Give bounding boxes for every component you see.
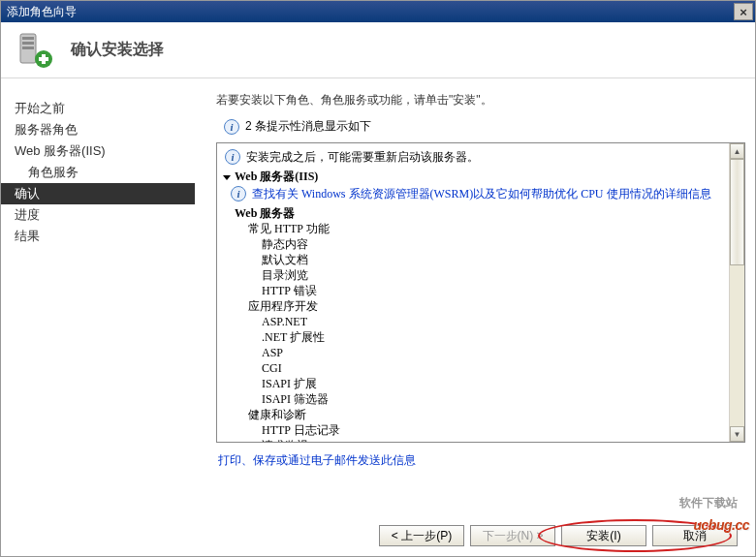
svg-rect-1 — [22, 37, 34, 40]
install-button[interactable]: 安装(I) — [561, 525, 646, 546]
prev-button[interactable]: < 上一步(P) — [379, 525, 464, 546]
main-panel: 若要安装以下角色、角色服务或功能，请单击"安装"。 i 2 条提示性消息显示如下… — [195, 78, 755, 510]
sidebar-item-role-services[interactable]: 角色服务 — [1, 162, 195, 183]
tree-item: ISAPI 扩展 — [262, 376, 725, 391]
print-save-email-link[interactable]: 打印、保存或通过电子邮件发送此信息 — [218, 452, 745, 469]
tree-item: 请求监视 — [262, 438, 725, 442]
scroll-down-button[interactable]: ▼ — [730, 426, 744, 442]
info-icon: i — [231, 186, 246, 201]
wsrm-link-row: i 查找有关 Windows 系统资源管理器(WSRM)以及它如何帮助优化 CP… — [231, 186, 725, 201]
close-button[interactable]: × — [734, 3, 753, 20]
tree-item: HTTP 日志记录 — [262, 422, 725, 438]
svg-rect-3 — [22, 46, 34, 49]
wizard-window: 添加角色向导 × 确认安装选择 开始之前 服务器角色 Web 服务器(IIS) … — [0, 0, 756, 557]
tree-group: 健康和诊断 — [248, 407, 725, 422]
tree-item: .NET 扩展性 — [262, 329, 725, 345]
tree-item: CGI — [262, 360, 725, 376]
tree-group: 常见 HTTP 功能 — [248, 221, 725, 236]
scroll-thumb[interactable] — [730, 159, 744, 265]
sidebar-item-iis[interactable]: Web 服务器(IIS) — [1, 140, 195, 162]
tree-root: Web 服务器 — [235, 205, 725, 221]
next-button: 下一步(N) > — [470, 525, 555, 546]
sidebar-item-progress[interactable]: 进度 — [1, 204, 195, 226]
titlebar-title: 添加角色向导 — [7, 4, 734, 20]
titlebar: 添加角色向导 × — [1, 1, 755, 22]
restart-text: 安装完成之后，可能需要重新启动该服务器。 — [246, 149, 479, 165]
header: 确认安装选择 — [1, 22, 755, 78]
info-icon: i — [225, 149, 240, 165]
page-title: 确认安装选择 — [71, 40, 164, 60]
tree-item: 静态内容 — [262, 236, 725, 252]
wsrm-link[interactable]: 查找有关 Windows 系统资源管理器(WSRM)以及它如何帮助优化 CPU … — [252, 186, 711, 201]
sidebar: 开始之前 服务器角色 Web 服务器(IIS) 角色服务 确认 进度 结果 — [1, 78, 195, 510]
button-bar: < 上一步(P) 下一步(N) > 安装(I) 取消 — [379, 525, 738, 546]
section-header: Web 服务器(IIS) — [225, 169, 725, 184]
tree-item: 目录浏览 — [262, 267, 725, 283]
sidebar-item-confirm[interactable]: 确认 — [1, 183, 195, 204]
sidebar-item-roles[interactable]: 服务器角色 — [1, 119, 195, 140]
body: 开始之前 服务器角色 Web 服务器(IIS) 角色服务 确认 进度 结果 若要… — [1, 78, 755, 510]
tree-item: ISAPI 筛选器 — [262, 391, 725, 407]
content-inner: i 安装完成之后，可能需要重新启动该服务器。 Web 服务器(IIS) i 查找… — [217, 143, 729, 442]
cancel-button[interactable]: 取消 — [652, 525, 738, 546]
svg-rect-2 — [22, 42, 34, 45]
scrollbar[interactable]: ▲ ▼ — [729, 143, 744, 442]
sidebar-item-before[interactable]: 开始之前 — [1, 98, 195, 119]
section-title: Web 服务器(IIS) — [235, 169, 318, 184]
info-icon: i — [224, 119, 239, 135]
scroll-up-button[interactable]: ▲ — [730, 143, 744, 159]
tree-item: ASP — [262, 345, 725, 360]
tree-item: ASP.NET — [262, 314, 725, 329]
info-summary: i 2 条提示性消息显示如下 — [224, 118, 745, 135]
tree-group: 应用程序开发 — [248, 298, 725, 314]
info-count-text: 2 条提示性消息显示如下 — [245, 118, 371, 135]
disclosure-arrow-icon — [223, 175, 231, 180]
content-box: i 安装完成之后，可能需要重新启动该服务器。 Web 服务器(IIS) i 查找… — [216, 142, 745, 443]
restart-message: i 安装完成之后，可能需要重新启动该服务器。 — [225, 149, 725, 165]
svg-rect-6 — [39, 57, 48, 61]
tree-item: 默认文档 — [262, 252, 725, 267]
server-role-icon — [15, 30, 55, 71]
intro-text: 若要安装以下角色、角色服务或功能，请单击"安装"。 — [216, 92, 745, 108]
sidebar-item-results[interactable]: 结果 — [1, 226, 195, 247]
close-icon: × — [740, 5, 747, 19]
tree-item: HTTP 错误 — [262, 283, 725, 298]
